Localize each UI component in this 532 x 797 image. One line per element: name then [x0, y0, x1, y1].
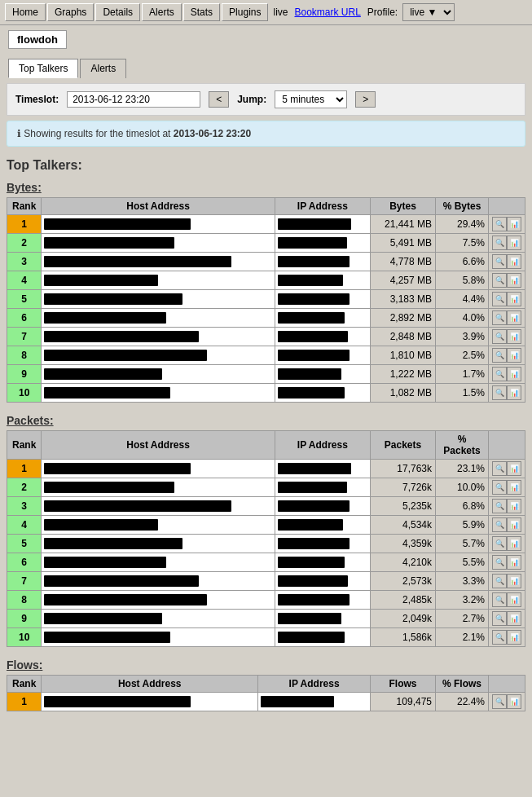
search-action-button[interactable]: 🔍	[492, 555, 507, 570]
actions-cell: 🔍📊	[489, 328, 525, 346]
table-row: 34,778 MB6.6%🔍📊	[7, 253, 525, 271]
table-row: 44,534k5.9%🔍📊	[7, 516, 525, 535]
info-box: ℹ Showing results for the timeslot at 20…	[7, 121, 525, 147]
percent-cell: 3.2%	[436, 591, 489, 610]
ip-bar	[278, 575, 348, 587]
percent-cell: 29.4%	[436, 215, 489, 234]
rank-cell: 7	[7, 572, 42, 591]
pkt-col-pct: % Packets	[436, 431, 489, 460]
value-cell: 1,810 MB	[371, 346, 436, 365]
table-row: 91,222 MB1.7%🔍📊	[7, 365, 525, 384]
host-address-cell	[42, 497, 275, 516]
host-bar	[44, 482, 174, 493]
search-action-button[interactable]: 🔍	[492, 517, 507, 532]
tab-top-talkers[interactable]: Top Talkers	[8, 59, 78, 78]
graph-action-button[interactable]: 📊	[507, 254, 521, 269]
table-row: 1109,47522.4%🔍📊	[7, 693, 525, 711]
nav-details[interactable]: Details	[95, 3, 140, 21]
search-action-button[interactable]: 🔍	[492, 461, 507, 476]
actions-cell: 🔍📊	[489, 628, 525, 647]
graph-action-button[interactable]: 📊	[507, 536, 521, 551]
search-action-button[interactable]: 🔍	[492, 367, 507, 381]
host-address-cell	[42, 346, 275, 365]
app-title: flowdoh	[8, 30, 67, 49]
graph-action-button[interactable]: 📊	[507, 517, 521, 532]
ip-bar	[278, 594, 350, 605]
pkt-col-packets: Packets	[371, 431, 436, 460]
search-action-button[interactable]: 🔍	[492, 348, 507, 363]
search-action-button[interactable]: 🔍	[492, 254, 507, 269]
search-action-button[interactable]: 🔍	[492, 385, 507, 400]
tab-alerts[interactable]: Alerts	[80, 59, 126, 78]
nav-stats[interactable]: Stats	[183, 3, 220, 21]
table-row: 54,359k5.7%🔍📊	[7, 535, 525, 553]
search-action-button[interactable]: 🔍	[492, 592, 507, 607]
nav-alerts[interactable]: Alerts	[142, 3, 182, 21]
flows-table: Rank Host Address IP Address Flows % Flo…	[7, 675, 525, 711]
prev-button[interactable]: <	[209, 91, 229, 108]
jump-select[interactable]: 5 minutes 1 minute 10 minutes 30 minutes…	[275, 90, 347, 108]
rank-cell: 5	[7, 535, 42, 553]
bytes-col-actions	[489, 198, 525, 215]
search-action-button[interactable]: 🔍	[492, 480, 507, 495]
host-bar	[44, 368, 162, 380]
graph-action-button[interactable]: 📊	[507, 630, 521, 645]
host-address-cell	[42, 572, 275, 591]
info-message: Showing results for the timeslot at	[24, 128, 170, 139]
graph-action-button[interactable]: 📊	[507, 329, 521, 344]
table-row: 121,441 MB29.4%🔍📊	[7, 215, 525, 234]
ip-address-cell	[275, 516, 370, 535]
graph-action-button[interactable]: 📊	[507, 385, 521, 400]
timeslot-label: Timeslot:	[15, 94, 59, 105]
host-bar	[44, 237, 174, 249]
rank-cell: 1	[7, 215, 42, 234]
profile-select[interactable]: live ▼	[402, 3, 455, 21]
search-action-button[interactable]: 🔍	[492, 310, 507, 325]
table-row: 64,210k5.5%🔍📊	[7, 553, 525, 572]
graph-action-button[interactable]: 📊	[507, 367, 521, 381]
graph-action-button[interactable]: 📊	[507, 310, 521, 325]
ip-address-cell	[275, 535, 370, 553]
graph-action-button[interactable]: 📊	[507, 236, 521, 250]
search-action-button[interactable]: 🔍	[492, 236, 507, 250]
search-action-button[interactable]: 🔍	[492, 292, 507, 306]
graph-action-button[interactable]: 📊	[507, 611, 521, 626]
graph-action-button[interactable]: 📊	[507, 292, 521, 306]
search-action-button[interactable]: 🔍	[492, 273, 507, 288]
next-button[interactable]: >	[355, 91, 376, 108]
search-action-button[interactable]: 🔍	[492, 694, 507, 709]
host-address-cell	[42, 215, 275, 234]
search-action-button[interactable]: 🔍	[492, 574, 507, 588]
nav-graphs[interactable]: Graphs	[47, 3, 94, 21]
search-action-button[interactable]: 🔍	[492, 611, 507, 626]
graph-action-button[interactable]: 📊	[507, 217, 521, 231]
value-cell: 21,441 MB	[371, 215, 436, 234]
timeslot-input[interactable]	[67, 91, 200, 108]
title-bar: flowdoh	[0, 25, 532, 54]
graph-action-button[interactable]: 📊	[507, 555, 521, 570]
graph-action-button[interactable]: 📊	[507, 694, 521, 709]
nav-home[interactable]: Home	[5, 3, 46, 21]
graph-action-button[interactable]: 📊	[507, 574, 521, 588]
search-action-button[interactable]: 🔍	[492, 499, 507, 513]
graph-action-button[interactable]: 📊	[507, 592, 521, 607]
graph-action-button[interactable]: 📊	[507, 461, 521, 476]
table-row: 27,726k10.0%🔍📊	[7, 478, 525, 497]
search-action-button[interactable]: 🔍	[492, 217, 507, 231]
graph-action-button[interactable]: 📊	[507, 480, 521, 495]
bookmark-url-link[interactable]: Bookmark URL	[294, 7, 360, 18]
search-action-button[interactable]: 🔍	[492, 630, 507, 645]
graph-action-button[interactable]: 📊	[507, 273, 521, 288]
percent-cell: 1.7%	[436, 365, 489, 384]
graph-action-button[interactable]: 📊	[507, 499, 521, 513]
actions-cell: 🔍📊	[489, 271, 525, 290]
search-action-button[interactable]: 🔍	[492, 329, 507, 344]
value-cell: 1,586k	[371, 628, 436, 647]
nav-plugins[interactable]: Plugins	[222, 3, 268, 21]
actions-cell: 🔍📊	[489, 516, 525, 535]
host-bar	[44, 538, 182, 549]
actions-cell: 🔍📊	[489, 591, 525, 610]
graph-action-button[interactable]: 📊	[507, 348, 521, 363]
search-action-button[interactable]: 🔍	[492, 536, 507, 551]
bytes-col-rank: Rank	[7, 198, 42, 215]
